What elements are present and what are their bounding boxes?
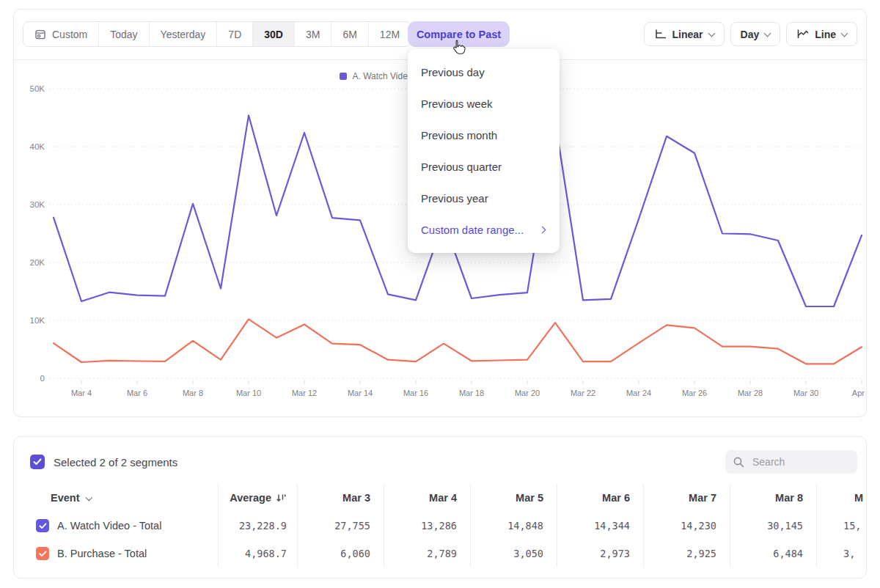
selected-segments-label: Selected 2 of 2 segments xyxy=(54,456,177,468)
select-all-checkbox[interactable] xyxy=(30,455,45,469)
date-column-header[interactable]: Mar 3 xyxy=(297,484,384,512)
average-value: 4,968.7 xyxy=(218,540,297,567)
x-axis-label: Mar 16 xyxy=(403,389,428,397)
check-icon xyxy=(33,458,42,466)
check-icon xyxy=(39,523,47,529)
preset-3m[interactable]: 3M xyxy=(294,22,331,46)
menu-item-previous-week[interactable]: Previous week xyxy=(408,88,560,120)
date-column-header[interactable]: Mar 6 xyxy=(557,484,643,512)
table-row-purchase: B. Purchase - Total 4,968.7 6,060 2,789 … xyxy=(14,540,867,567)
x-axis-label: Apr 1 xyxy=(852,389,866,397)
cell-value: 14,230 xyxy=(643,512,730,540)
preset-12m[interactable]: 12M xyxy=(368,22,411,46)
date-column-header[interactable]: Mar 4 xyxy=(384,484,470,512)
search-icon xyxy=(733,456,745,468)
table-row-watch-video: A. Watch Video - Total 23,228.9 27,755 1… xyxy=(14,512,867,540)
segments-table-card: Selected 2 of 2 segments Event Average xyxy=(13,436,867,578)
y-axis-label: 50K xyxy=(30,84,45,93)
x-axis-label: Mar 4 xyxy=(71,389,92,397)
menu-item-custom-date-range[interactable]: Custom date range... xyxy=(408,214,560,246)
preset-today[interactable]: Today xyxy=(98,22,148,46)
cell-value: 6,484 xyxy=(730,540,816,567)
y-axis-label: 40K xyxy=(30,142,45,151)
linear-scale-icon xyxy=(654,29,667,40)
chart-type-dropdown-button[interactable]: Line xyxy=(786,22,857,46)
chevron-down-icon xyxy=(764,29,771,37)
row-label: B. Purchase - Total xyxy=(57,548,147,559)
x-axis-label: Mar 20 xyxy=(515,389,540,397)
chart-card: Custom Today Yesterday 7D 30D 3M 6M 12M … xyxy=(13,9,867,417)
menu-item-previous-quarter[interactable]: Previous quarter xyxy=(408,151,560,183)
legend-swatch-a xyxy=(340,73,347,80)
scale-dropdown-button[interactable]: Linear xyxy=(644,22,725,46)
x-axis-label: Mar 24 xyxy=(626,389,651,397)
x-axis-label: Mar 30 xyxy=(793,389,818,397)
row-label: A. Watch Video - Total xyxy=(57,520,161,532)
y-axis-label: 0 xyxy=(40,374,45,383)
y-axis-label: 20K xyxy=(30,258,45,267)
date-column-header[interactable]: Mar 5 xyxy=(470,484,557,512)
chevron-down-icon xyxy=(708,29,715,37)
average-column-header[interactable]: Average xyxy=(218,484,297,512)
cell-value: 27,755 xyxy=(297,512,384,540)
x-axis-label: Mar 26 xyxy=(682,389,707,397)
x-axis-label: Mar 8 xyxy=(183,389,203,397)
x-axis-label: Mar 18 xyxy=(459,389,484,397)
hand-pointer-cursor xyxy=(450,39,467,58)
analytics-report-page: Custom Today Yesterday 7D 30D 3M 6M 12M … xyxy=(0,0,880,588)
cell-value: 30,145 xyxy=(730,512,816,540)
date-column-header[interactable]: Mar 7 xyxy=(643,484,730,512)
cell-value: 6,060 xyxy=(297,540,384,567)
cell-value: 14,848 xyxy=(470,512,557,540)
menu-item-previous-day[interactable]: Previous day xyxy=(408,56,560,88)
cell-value: 3,050 xyxy=(470,540,557,567)
chevron-down-icon xyxy=(85,493,92,500)
row-checkbox-purchase[interactable] xyxy=(36,547,49,560)
x-axis-label: Mar 14 xyxy=(348,389,373,397)
row-checkbox-watch-video[interactable] xyxy=(36,519,49,532)
cell-value-clipped: 15, xyxy=(816,512,867,540)
preset-label: Custom xyxy=(52,29,87,40)
x-axis-label: Mar 28 xyxy=(738,389,763,397)
menu-item-previous-year[interactable]: Previous year xyxy=(408,183,560,214)
average-value: 23,228.9 xyxy=(218,512,297,540)
x-axis-label: Mar 6 xyxy=(127,389,147,397)
cell-value: 14,344 xyxy=(557,512,643,540)
chart-option-buttons: Linear Day Line xyxy=(644,22,857,46)
segments-table: Event Average Mar 3 Mar 4 Mar 5 Mar 6 xyxy=(14,484,867,567)
select-all-row: Selected 2 of 2 segments xyxy=(30,455,177,469)
x-axis-label: Mar 10 xyxy=(236,389,261,397)
segments-bar: Selected 2 of 2 segments xyxy=(14,437,866,481)
cell-value: 2,973 xyxy=(557,540,643,567)
table-header-row: Event Average Mar 3 Mar 4 Mar 5 Mar 6 xyxy=(14,484,867,512)
preset-yesterday[interactable]: Yesterday xyxy=(149,22,217,46)
cell-value-clipped: 3, xyxy=(816,540,867,567)
chevron-down-icon xyxy=(841,29,848,37)
date-column-header-clipped[interactable]: M xyxy=(816,484,867,512)
interval-dropdown-button[interactable]: Day xyxy=(730,22,781,46)
sort-descending-icon xyxy=(276,493,287,503)
y-axis-label: 30K xyxy=(30,200,45,209)
line-chart-icon xyxy=(796,29,809,40)
x-axis-label: Mar 22 xyxy=(571,389,595,397)
cell-value: 13,286 xyxy=(384,512,470,540)
preset-custom[interactable]: Custom xyxy=(23,22,98,46)
date-range-preset-group: Custom Today Yesterday 7D 30D 3M 6M 12M xyxy=(23,21,411,47)
calendar-icon xyxy=(34,29,46,40)
series-line-purchase xyxy=(54,319,862,364)
check-icon xyxy=(39,551,47,557)
compare-to-past-menu: Previous day Previous week Previous mont… xyxy=(408,49,560,253)
date-column-header[interactable]: Mar 8 xyxy=(730,484,816,512)
x-axis-label: Mar 12 xyxy=(292,389,317,397)
preset-6m[interactable]: 6M xyxy=(331,22,367,46)
cell-value: 2,925 xyxy=(643,540,730,567)
cell-value: 2,789 xyxy=(384,540,470,567)
chevron-right-icon xyxy=(539,227,546,234)
menu-item-previous-month[interactable]: Previous month xyxy=(408,120,560,151)
y-axis-label: 10K xyxy=(30,316,45,325)
preset-30d-selected[interactable]: 30D xyxy=(252,22,294,46)
preset-7d[interactable]: 7D xyxy=(216,22,252,46)
search-input[interactable] xyxy=(751,455,849,468)
search-box[interactable] xyxy=(725,450,857,474)
